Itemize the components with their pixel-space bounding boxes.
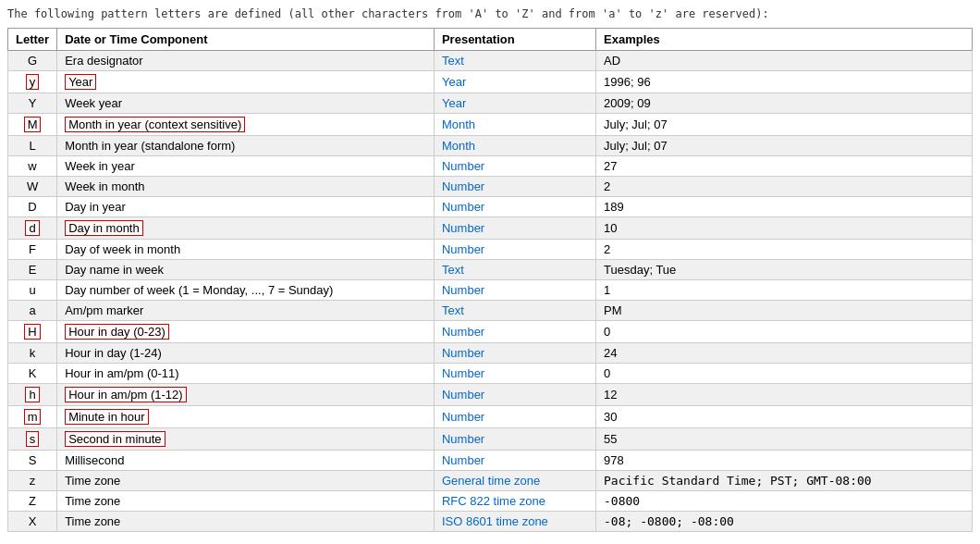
examples-cell: July; Jul; 07 (596, 136, 973, 156)
table-row: hHour in am/pm (1-12)Number12 (8, 384, 973, 406)
component-cell: Day of week in month (57, 240, 435, 260)
examples-cell: -0800 (596, 491, 973, 512)
letter-cell: u (8, 280, 57, 301)
highlighted-desc: Minute in hour (65, 409, 148, 425)
presentation-cell: Year (434, 71, 595, 93)
letter-cell: m (8, 406, 57, 428)
presentation-cell: Number (434, 321, 595, 343)
examples-cell: PM (596, 301, 973, 321)
component-cell: Week year (57, 93, 435, 114)
highlighted-desc: Second in minute (65, 431, 165, 447)
table-header-row: Letter Date or Time Component Presentati… (8, 29, 973, 51)
component-cell: Month in year (context sensitive) (57, 114, 435, 136)
pattern-table: Letter Date or Time Component Presentati… (7, 28, 973, 532)
table-row: XTime zoneISO 8601 time zone-08; -0800; … (8, 512, 973, 532)
letter-cell: H (8, 321, 57, 343)
table-row: kHour in day (1-24)Number24 (8, 343, 973, 364)
letter-cell: k (8, 343, 57, 364)
highlighted-desc: Year (65, 74, 96, 90)
table-row: WWeek in monthNumber2 (8, 177, 973, 197)
examples-cell: 1996; 96 (596, 71, 973, 93)
component-cell: Time zone (57, 471, 435, 491)
examples-cell: 1 (596, 280, 973, 301)
examples-cell: AD (596, 51, 973, 71)
highlighted-letter: d (25, 220, 39, 236)
component-cell: Month in year (standalone form) (57, 136, 435, 156)
examples-cell: 10 (596, 217, 973, 240)
presentation-cell: Number (434, 428, 595, 451)
highlighted-letter: y (26, 74, 40, 90)
presentation-cell: RFC 822 time zone (434, 491, 595, 512)
table-row: GEra designatorTextAD (8, 51, 973, 71)
intro-text: The following pattern letters are define… (7, 7, 973, 20)
table-row: uDay number of week (1 = Monday, ..., 7 … (8, 280, 973, 301)
col-header-examples: Examples (596, 29, 973, 51)
examples-cell: Pacific Standard Time; PST; GMT-08:00 (596, 471, 973, 491)
component-cell: Era designator (57, 51, 435, 71)
examples-cell: 2009; 09 (596, 93, 973, 114)
table-row: LMonth in year (standalone form)MonthJul… (8, 136, 973, 156)
table-row: sSecond in minuteNumber55 (8, 428, 973, 451)
examples-cell: 2 (596, 177, 973, 197)
examples-cell: 978 (596, 451, 973, 471)
component-cell: Millisecond (57, 451, 435, 471)
highlighted-desc: Hour in am/pm (1-12) (65, 387, 187, 402)
presentation-cell: Number (434, 197, 595, 217)
component-cell: Day in month (57, 217, 435, 240)
examples-cell: 12 (596, 384, 973, 406)
table-row: HHour in day (0-23)Number0 (8, 321, 973, 343)
letter-cell: d (8, 217, 57, 240)
presentation-cell: Text (434, 260, 595, 280)
table-row: EDay name in weekTextTuesday; Tue (8, 260, 973, 280)
component-cell: Week in year (57, 156, 435, 177)
component-cell: Week in month (57, 177, 435, 197)
letter-cell: F (8, 240, 57, 260)
highlighted-letter: s (26, 431, 40, 447)
letter-cell: E (8, 260, 57, 280)
examples-cell: 2 (596, 240, 973, 260)
col-header-component: Date or Time Component (57, 29, 435, 51)
letter-cell: G (8, 51, 57, 71)
component-cell: Hour in day (1-24) (57, 343, 435, 364)
component-cell: Time zone (57, 491, 435, 512)
component-cell: Hour in day (0-23) (57, 321, 435, 343)
examples-cell: -08; -0800; -08:00 (596, 512, 973, 532)
component-cell: Time zone (57, 512, 435, 532)
examples-cell: 27 (596, 156, 973, 177)
presentation-cell: Number (434, 240, 595, 260)
highlighted-desc: Day in month (65, 220, 143, 236)
col-header-letter: Letter (8, 29, 57, 51)
examples-cell: 24 (596, 343, 973, 364)
presentation-cell: Number (434, 343, 595, 364)
component-cell: Hour in am/pm (1-12) (57, 384, 435, 406)
component-cell: Hour in am/pm (0-11) (57, 364, 435, 384)
presentation-cell: Text (434, 51, 595, 71)
letter-cell: s (8, 428, 57, 451)
component-cell: Day number of week (1 = Monday, ..., 7 =… (57, 280, 435, 301)
highlighted-letter: H (24, 324, 40, 340)
component-cell: Day name in week (57, 260, 435, 280)
presentation-cell: Text (434, 301, 595, 321)
examples-cell: 55 (596, 428, 973, 451)
presentation-cell: Number (434, 384, 595, 406)
examples-cell: Tuesday; Tue (596, 260, 973, 280)
table-row: DDay in yearNumber189 (8, 197, 973, 217)
table-row: MMonth in year (context sensitive)MonthJ… (8, 114, 973, 136)
table-row: KHour in am/pm (0-11)Number0 (8, 364, 973, 384)
letter-cell: y (8, 71, 57, 93)
table-row: ZTime zoneRFC 822 time zone-0800 (8, 491, 973, 512)
table-row: wWeek in yearNumber27 (8, 156, 973, 177)
examples-cell: 0 (596, 364, 973, 384)
table-row: aAm/pm markerTextPM (8, 301, 973, 321)
letter-cell: M (8, 114, 57, 136)
highlighted-desc: Hour in day (0-23) (65, 324, 169, 340)
highlighted-desc: Month in year (context sensitive) (65, 117, 245, 132)
presentation-cell: Number (434, 156, 595, 177)
letter-cell: h (8, 384, 57, 406)
table-row: yYearYear1996; 96 (8, 71, 973, 93)
col-header-presentation: Presentation (434, 29, 595, 51)
letter-cell: K (8, 364, 57, 384)
letter-cell: Y (8, 93, 57, 114)
presentation-cell: General time zone (434, 471, 595, 491)
presentation-cell: Number (434, 364, 595, 384)
